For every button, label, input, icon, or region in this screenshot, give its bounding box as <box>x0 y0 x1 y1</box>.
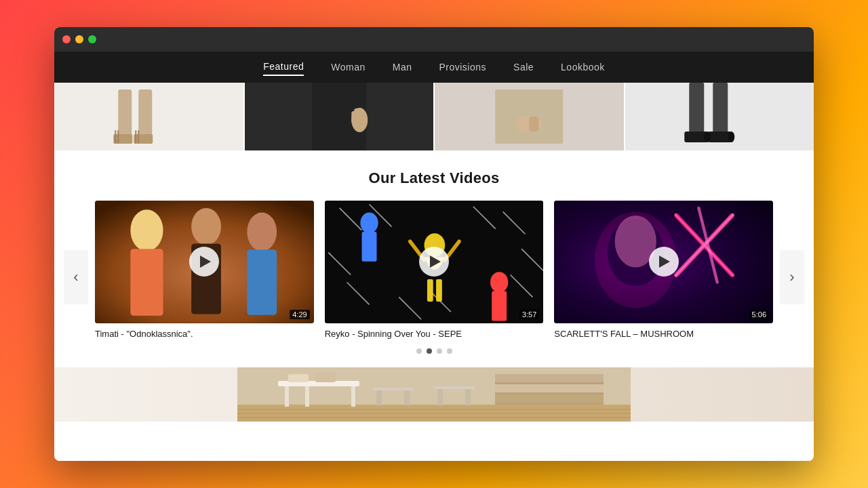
svg-rect-48 <box>492 291 507 321</box>
video-title-2: Reyko - Spinning Over You - SEPE <box>325 329 544 339</box>
maximize-dot[interactable] <box>88 35 96 43</box>
svg-rect-41 <box>427 279 433 302</box>
svg-rect-16 <box>689 83 704 134</box>
hero-panel-4[interactable] <box>625 83 814 150</box>
carousel-dot-3[interactable] <box>437 348 442 354</box>
nav-provisions[interactable]: Provisions <box>439 59 486 75</box>
thumb-2-art <box>325 201 544 323</box>
svg-rect-5 <box>117 130 119 144</box>
video-thumb-1[interactable]: 4:29 <box>95 201 314 323</box>
thumb-3-art <box>554 201 773 323</box>
svg-rect-24 <box>130 249 163 316</box>
svg-rect-17 <box>713 83 728 134</box>
play-icon-2 <box>430 256 441 268</box>
svg-rect-77 <box>437 389 443 405</box>
svg-rect-75 <box>404 390 410 405</box>
video-title-1: Timati - "Odnoklassnica". <box>95 329 314 339</box>
thumb-1-art <box>95 201 314 323</box>
videos-row: 4:29 Timati - "Odnoklassnica". <box>95 201 773 339</box>
svg-point-27 <box>247 213 277 251</box>
chevron-right-icon: › <box>789 270 794 285</box>
nav-lookbook[interactable]: Lookbook <box>561 59 605 75</box>
svg-rect-68 <box>315 373 336 382</box>
svg-rect-73 <box>373 388 414 390</box>
svg-rect-19 <box>708 131 731 142</box>
svg-rect-67 <box>288 374 309 382</box>
svg-rect-3 <box>134 134 153 144</box>
svg-rect-65 <box>351 386 355 407</box>
svg-point-21 <box>728 131 734 142</box>
nav-sale[interactable]: Sale <box>513 59 534 75</box>
svg-rect-15 <box>529 117 538 131</box>
svg-rect-76 <box>434 386 475 389</box>
video-duration-1: 4:29 <box>290 310 309 319</box>
video-card-2[interactable]: 3:57 Reyko - Spinning Over You - SEPE <box>325 201 544 339</box>
chevron-left-icon: ‹ <box>73 270 78 285</box>
play-button-3[interactable] <box>649 247 679 277</box>
svg-rect-71 <box>495 384 604 392</box>
svg-rect-46 <box>361 232 376 262</box>
svg-point-23 <box>130 209 163 251</box>
svg-rect-78 <box>465 389 471 405</box>
svg-rect-18 <box>684 131 707 142</box>
nav-man[interactable]: Man <box>393 59 412 75</box>
close-dot[interactable] <box>62 35 71 43</box>
carousel-next-button[interactable]: › <box>780 250 804 304</box>
svg-rect-11 <box>351 111 355 123</box>
play-icon-1 <box>200 256 211 268</box>
svg-point-25 <box>191 208 221 245</box>
svg-rect-2 <box>113 134 132 144</box>
carousel-dot-2[interactable] <box>427 348 432 354</box>
svg-rect-6 <box>135 130 136 144</box>
svg-rect-64 <box>285 386 289 407</box>
browser-chrome <box>54 27 814 52</box>
video-card-3[interactable]: 5:06 SCARLETT'S FALL – MUSHROOM <box>554 201 773 339</box>
svg-point-47 <box>490 272 508 293</box>
svg-rect-28 <box>247 249 277 314</box>
video-thumb-2[interactable]: 3:57 <box>325 201 544 323</box>
svg-rect-1 <box>138 89 152 137</box>
browser-window: Featured Woman Man Provisions Sale Lookb… <box>54 27 814 461</box>
svg-rect-0 <box>118 89 132 137</box>
carousel-prev-button[interactable]: ‹ <box>64 250 88 304</box>
svg-rect-74 <box>376 390 382 405</box>
svg-rect-66 <box>305 386 309 407</box>
svg-rect-7 <box>138 130 139 144</box>
nav-featured[interactable]: Featured <box>263 58 304 76</box>
hero-row <box>54 83 814 150</box>
video-card-1[interactable]: 4:29 Timati - "Odnoklassnica". <box>95 201 314 339</box>
site-wrapper: Featured Woman Man Provisions Sale Lookb… <box>54 52 814 461</box>
svg-rect-42 <box>436 279 442 302</box>
carousel-dot-4[interactable] <box>447 348 452 354</box>
video-thumb-3[interactable]: 5:06 <box>554 201 773 323</box>
hero-panel-1[interactable] <box>54 83 245 150</box>
bottom-strip <box>54 367 814 422</box>
bottom-strip-inner <box>237 367 631 422</box>
hero-panel-3[interactable] <box>435 83 625 150</box>
svg-rect-14 <box>518 117 528 131</box>
svg-rect-72 <box>495 394 604 403</box>
svg-point-20 <box>704 131 711 142</box>
svg-rect-4 <box>115 130 116 144</box>
carousel-dot-1[interactable] <box>416 348 422 354</box>
svg-point-45 <box>360 213 378 234</box>
hero-panel-2[interactable] <box>245 83 435 150</box>
nav-woman[interactable]: Woman <box>331 59 365 75</box>
video-title-3: SCARLETT'S FALL – MUSHROOM <box>554 329 773 339</box>
video-carousel: ‹ <box>54 201 814 354</box>
svg-rect-70 <box>495 374 604 382</box>
video-duration-3: 5:06 <box>749 310 769 319</box>
video-duration-2: 3:57 <box>519 310 539 319</box>
carousel-dots <box>95 348 773 354</box>
play-icon-3 <box>659 256 670 268</box>
minimize-dot[interactable] <box>75 35 83 43</box>
section-title: Our Latest Videos <box>54 169 814 187</box>
navbar: Featured Woman Man Provisions Sale Lookb… <box>54 52 814 83</box>
